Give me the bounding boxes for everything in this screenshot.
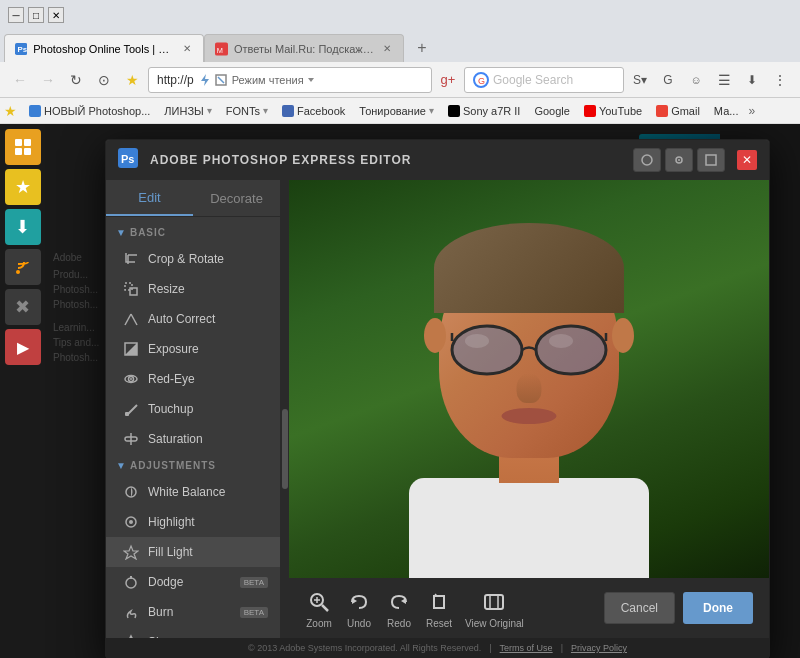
reload-button[interactable]: ↻ (64, 68, 88, 92)
tab-active[interactable]: Ps Photoshop Online Tools | Photo... ✕ (4, 34, 204, 62)
tab-inactive[interactable]: M Ответы Mail.Ru: Подскажите он... ✕ (204, 34, 404, 62)
redo-icon (385, 588, 413, 616)
footer-separator: | (489, 643, 491, 653)
bookmark-gmail[interactable]: Gmail (650, 100, 706, 122)
more-button[interactable]: ⋮ (768, 68, 792, 92)
cancel-button[interactable]: Cancel (604, 592, 675, 624)
menu-item-sharpen[interactable]: Sharpen (106, 627, 280, 638)
tool-zoom[interactable]: Zoom (305, 588, 333, 629)
menu-item-whitebalance[interactable]: White Balance (106, 477, 280, 507)
new-tab-button[interactable]: + (408, 34, 436, 62)
ps-tool-buttons: Zoom Undo (305, 588, 524, 629)
ps-scrollbar-thumb[interactable] (282, 409, 288, 489)
download-button[interactable]: ⬇ (740, 68, 764, 92)
maximize-button[interactable]: □ (28, 7, 44, 23)
svg-point-17 (642, 155, 652, 165)
sony-bookmark-icon (448, 105, 460, 117)
user-button[interactable]: ☺ (684, 68, 708, 92)
lightning-icon (198, 73, 212, 87)
svg-rect-13 (24, 148, 31, 155)
tool-reset[interactable]: Reset (425, 588, 453, 629)
undo-icon (345, 588, 373, 616)
adjustments-section-label: ADJUSTMENTS (130, 460, 216, 471)
sidebar-icon-tools[interactable]: ✖ (5, 289, 41, 325)
sidebar-icon-star[interactable]: ★ (5, 169, 41, 205)
footer-separator2: | (561, 643, 563, 653)
sidebar-icon-main[interactable] (5, 129, 41, 165)
menu-item-dodge[interactable]: Dodge BETA (106, 567, 280, 597)
bookmark-photoshop[interactable]: НОВЫЙ Photoshop... (23, 100, 156, 122)
svg-line-25 (131, 314, 137, 325)
footer-privacy-link[interactable]: Privacy Policy (571, 643, 627, 653)
chrome-menu[interactable]: G (656, 68, 680, 92)
dropdown-icon-linzy: ▾ (207, 105, 212, 116)
menu-item-exposure[interactable]: Exposure (106, 334, 280, 364)
ps-edit-tabs: Edit Decorate (106, 180, 280, 217)
menu-item-resize[interactable]: Resize (106, 274, 280, 304)
svg-text:Ps: Ps (18, 45, 28, 54)
section-adjustments-header[interactable]: ▼ ADJUSTMENTS (106, 454, 280, 477)
tool-redo[interactable]: Redo (385, 588, 413, 629)
home-button[interactable]: ⊙ (92, 68, 116, 92)
dodge-beta-badge: BETA (240, 577, 268, 588)
menu-item-filllight[interactable]: Fill Light (106, 537, 280, 567)
bookmark-facebook[interactable]: Facebook (276, 100, 351, 122)
menu-item-touchup[interactable]: Touchup (106, 394, 280, 424)
tool-undo[interactable]: Undo (345, 588, 373, 629)
tab-label-active: Photoshop Online Tools | Photo... (33, 43, 175, 55)
back-button[interactable]: ← (8, 68, 32, 92)
forward-button[interactable]: → (36, 68, 60, 92)
tab-decorate[interactable]: Decorate (193, 180, 280, 216)
footer-terms-link[interactable]: Terms of Use (500, 643, 553, 653)
tab-close-active[interactable]: ✕ (181, 42, 193, 56)
bookmark-youtube[interactable]: YouTube (578, 100, 648, 122)
bookmark-ma[interactable]: Ма... (708, 100, 745, 122)
ps-close-button[interactable]: ✕ (737, 150, 757, 170)
tab-bar: Ps Photoshop Online Tools | Photo... ✕ M… (0, 30, 800, 62)
svg-rect-32 (125, 412, 129, 416)
bookmark-google[interactable]: Google (528, 100, 575, 122)
menu-item-highlight[interactable]: Highlight (106, 507, 280, 537)
extensions-button[interactable]: S▾ (628, 68, 652, 92)
menu-item-saturation[interactable]: Saturation (106, 424, 280, 454)
zoom-label: Zoom (306, 618, 332, 629)
address-bar[interactable]: http://p Режим чтения (148, 67, 432, 93)
ps-fullscreen-button[interactable] (697, 148, 725, 172)
bookmark-tonirowanie[interactable]: Тонирование ▾ (353, 100, 440, 122)
sidebar-icon-game[interactable]: ▶ (5, 329, 41, 365)
menu-item-crop[interactable]: Crop & Rotate (106, 244, 280, 274)
svg-rect-20 (706, 155, 716, 165)
dropdown-icon-ton: ▾ (429, 105, 434, 116)
tool-view-original[interactable]: View Original (465, 588, 524, 629)
search-box[interactable]: G Google Search (464, 67, 624, 93)
close-button[interactable]: ✕ (48, 7, 64, 23)
minimize-button[interactable]: ─ (8, 7, 24, 23)
bookmark-linzy[interactable]: ЛИНЗЫ ▾ (158, 100, 217, 122)
shirt (409, 478, 649, 578)
menu-item-autocorrect[interactable]: Auto Correct (106, 304, 280, 334)
menu-item-burn[interactable]: Burn BETA (106, 597, 280, 627)
ps-editor-title: ADOBE PHOTOSHOP EXPRESS EDITOR (150, 153, 625, 167)
auto-correct-icon (122, 310, 140, 328)
settings-button[interactable]: ☰ (712, 68, 736, 92)
window-controls: ─ □ ✕ (8, 7, 64, 23)
bookmarks-overflow[interactable]: » (748, 104, 755, 118)
section-basic-header[interactable]: ▼ BASIC (106, 221, 280, 244)
sidebar-icon-download[interactable]: ⬇ (5, 209, 41, 245)
ps-scrollbar[interactable] (281, 180, 289, 638)
exposure-icon (122, 340, 140, 358)
menu-item-redeye[interactable]: Red-Eye (106, 364, 280, 394)
ps-left-panel: Edit Decorate ▼ BASIC (106, 180, 281, 638)
burn-icon (122, 603, 140, 621)
google-plus-button[interactable]: g+ (436, 68, 460, 92)
done-button[interactable]: Done (683, 592, 753, 624)
sidebar-icon-rss[interactable] (5, 249, 41, 285)
bookmark-fonts[interactable]: FONTs ▾ (220, 100, 274, 122)
ps-share-button[interactable] (633, 148, 661, 172)
redo-label: Redo (387, 618, 411, 629)
ps-settings-button[interactable] (665, 148, 693, 172)
tab-close-inactive[interactable]: ✕ (380, 42, 393, 56)
bookmark-star[interactable]: ★ (120, 68, 144, 92)
bookmark-sony[interactable]: Sony a7R II (442, 100, 526, 122)
tab-edit[interactable]: Edit (106, 180, 193, 216)
